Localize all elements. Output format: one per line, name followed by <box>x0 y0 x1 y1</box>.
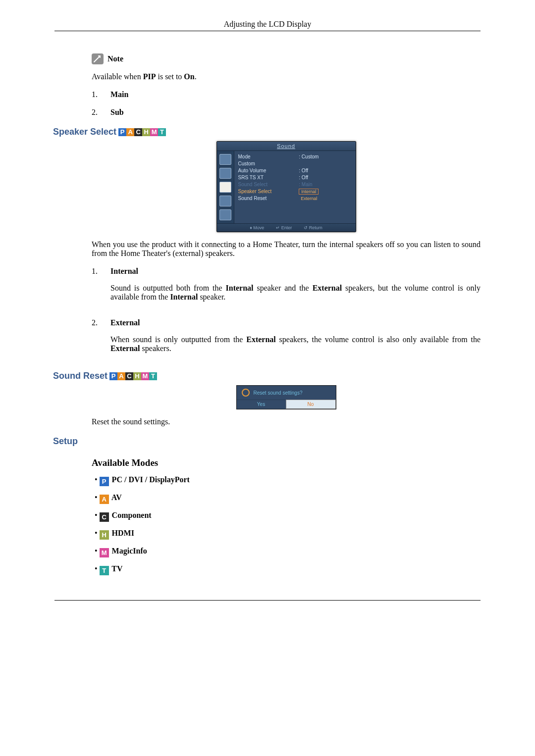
speaker-content: Sound Mode Custom Auto Volume SRS TS XT <box>92 141 481 361</box>
osd-val: : Custom <box>299 154 351 159</box>
heading-setup: Setup <box>53 436 481 447</box>
heading-speaker-select: Speaker Select P A C H M T <box>53 127 481 137</box>
num: 1. <box>92 90 101 99</box>
osd-sound-menu: Sound Mode Custom Auto Volume SRS TS XT <box>216 141 356 232</box>
b: External <box>313 284 342 292</box>
mode-label: TV <box>110 564 123 573</box>
osd-row: Auto Volume <box>238 168 296 173</box>
osd-values: : Custom : Off : Off : Main Internal Ext… <box>299 154 351 221</box>
note-icon <box>92 53 104 64</box>
reset-content: Reset sound settings? Yes No Reset the s… <box>92 385 481 426</box>
osd-foot-move: ♦ Move <box>250 225 264 230</box>
osd-labels: Mode Custom Auto Volume SRS TS XT Sound … <box>238 154 296 221</box>
pip-word: PIP <box>143 72 156 81</box>
speaker-options: 1. Internal Sound is outputted both from… <box>92 267 481 361</box>
label: External <box>110 318 481 327</box>
list-item: 1. Main <box>92 90 481 99</box>
setup-content: Available Modes P PC / DVI / DisplayPort… <box>92 457 481 575</box>
heading-sound-reset: Sound Reset P A C H M T <box>53 371 481 381</box>
yes-button[interactable]: Yes <box>237 400 286 409</box>
pachmt-badges: P A C H M T <box>118 128 166 136</box>
header-rule <box>54 31 481 31</box>
osd-screenshot: Sound Mode Custom Auto Volume SRS TS XT <box>92 141 481 232</box>
list-item: 2. Sub <box>92 108 481 117</box>
badge-p: P <box>109 372 117 380</box>
osd-val: : Off <box>299 175 351 180</box>
t: is set to <box>156 72 184 81</box>
mode-label: MagicInfo <box>110 547 147 555</box>
mode-label: PC / DVI / DisplayPort <box>110 475 190 484</box>
b: External <box>110 344 140 353</box>
label: Internal <box>110 267 481 276</box>
t: . <box>195 72 197 81</box>
list-item: 1. Internal Sound is outputted both from… <box>92 267 481 309</box>
reset-dialog: Reset sound settings? Yes No <box>236 385 336 409</box>
t: Available when <box>92 72 143 81</box>
desc: When sound is only outputted from the Ex… <box>110 335 481 353</box>
b: Internal <box>170 293 198 301</box>
num: 2. <box>92 318 101 361</box>
on-word: On <box>184 72 194 81</box>
osd-val <box>299 161 351 166</box>
osd-foot-return: ↺ Return <box>304 225 322 230</box>
list-item: 2. External When sound is only outputted… <box>92 318 481 361</box>
badge-a: A <box>126 128 134 136</box>
badge-m: M <box>141 372 149 380</box>
no-button[interactable]: No <box>286 400 336 409</box>
heading-text: Speaker Select <box>53 127 116 137</box>
osd-row: Sound Reset <box>238 196 296 201</box>
osd-row: Custom <box>238 161 296 166</box>
badge-m: M <box>150 128 158 136</box>
osd-title: Sound <box>217 142 356 151</box>
osd-row-active: Speaker Select <box>238 189 296 194</box>
t: Sound is outputted both from the <box>110 284 226 292</box>
warning-icon <box>242 389 250 397</box>
mode-item: M MagicInfo <box>95 547 481 557</box>
osd-val: : Off <box>299 168 351 173</box>
modes-list: P PC / DVI / DisplayPortA AVC ComponentH… <box>95 475 481 575</box>
badge-a: A <box>117 372 125 380</box>
t: speakers, the volume control is also onl… <box>276 335 481 344</box>
footer-rule <box>54 600 481 601</box>
mode-item: T TV <box>95 564 481 575</box>
num: 2. <box>92 108 101 117</box>
badge-c: C <box>134 128 142 136</box>
badge-h: H <box>133 372 141 380</box>
label: Main <box>110 90 128 99</box>
osd-footer: ♦ Move ↵ Enter ↺ Return <box>217 223 356 232</box>
b: Internal <box>226 284 254 292</box>
osd-columns: Mode Custom Auto Volume SRS TS XT Sound … <box>234 151 356 223</box>
osd-category-icons <box>217 151 234 223</box>
t: speakers. <box>140 344 171 353</box>
mode-item: A AV <box>95 493 481 504</box>
badge-c: C <box>125 372 133 380</box>
t: speaker. <box>198 293 225 301</box>
main-sub-list: 1. Main 2. Sub <box>92 90 481 117</box>
mode-chip-icon: M <box>100 548 109 557</box>
t: When sound is only outputted from the <box>110 335 246 344</box>
osd-foot-enter: ↵ Enter <box>276 225 292 230</box>
mode-chip-icon: C <box>100 512 109 522</box>
note-text: Available when PIP is set to On. <box>92 72 481 81</box>
badge-p: P <box>118 128 126 136</box>
mode-item: H HDMI <box>95 529 481 540</box>
num: 1. <box>92 267 101 309</box>
osd-option-selected: Internal <box>299 189 319 195</box>
mode-chip-icon: P <box>100 477 109 486</box>
badge-h: H <box>142 128 150 136</box>
content-area: Note Available when PIP is set to On. 1.… <box>92 53 481 117</box>
osd-option: External <box>299 196 351 201</box>
reset-question: Reset sound settings? <box>254 390 303 396</box>
t: speaker and the <box>254 284 313 292</box>
reset-buttons: Yes No <box>237 400 336 409</box>
osd-cat-icon <box>219 168 231 179</box>
note-label: Note <box>107 54 123 63</box>
t: Return <box>309 225 322 230</box>
mode-chip-icon: T <box>100 566 109 575</box>
osd-row-dim: Sound Select <box>238 182 296 187</box>
heading-text: Sound Reset <box>53 371 107 381</box>
t: Enter <box>281 225 292 230</box>
mode-label: HDMI <box>110 529 134 537</box>
mode-label: AV <box>110 493 122 502</box>
subheading-available-modes: Available Modes <box>92 457 481 468</box>
